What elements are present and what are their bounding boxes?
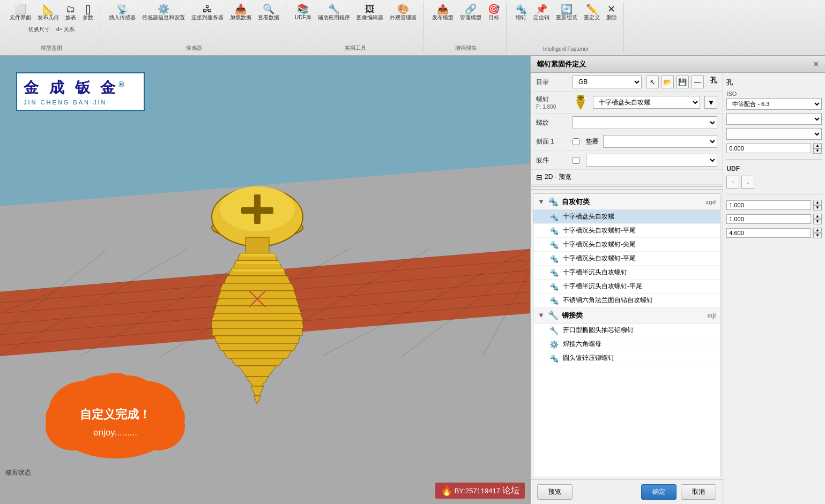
toolbar-group-sensor-label: 传感器 xyxy=(186,44,202,52)
insert-checkbox[interactable] xyxy=(573,157,579,164)
tree-item-0-4[interactable]: 🔩 十字槽半沉头自攻螺钉 xyxy=(533,266,720,280)
right-value-4-spinner: ▲ ▼ xyxy=(813,228,822,238)
svg-marker-39 xyxy=(231,358,284,366)
thread-row: 螺纹 xyxy=(531,114,723,132)
screw-icon-svg xyxy=(574,95,587,110)
right-value-4-input[interactable] xyxy=(726,228,811,238)
hole-label: 孔 xyxy=(710,76,717,88)
toolbar-btn-manage-model[interactable]: 🔗 管理模型 xyxy=(458,3,484,22)
toolbar-btn-publish[interactable]: 📐 发布几何 xyxy=(35,3,61,22)
right-value-4-down[interactable]: ▼ xyxy=(813,233,822,238)
tree-category-zgd[interactable]: ▼ 🔩 自攻钉类 zgd xyxy=(533,194,720,210)
tree-item-0-1[interactable]: 🔩 十字槽沉头自攻螺钉-平尾 xyxy=(533,224,720,238)
washer-select[interactable] xyxy=(603,135,717,148)
tree-item-1-0[interactable]: 🔧 开口型椭圆头抽芯铝柳钉 xyxy=(533,324,720,337)
tree-item-0-0-label: 十字槽盘头自攻螺 xyxy=(563,212,614,221)
insert-select[interactable] xyxy=(586,154,717,167)
toolbar-btn-helper-app[interactable]: 🔧 辅助应用程序 xyxy=(316,3,352,22)
toolbar-btn-component[interactable]: ⬜ 元件界面 xyxy=(8,3,33,22)
connect-server-icon: 🖧 xyxy=(203,4,212,14)
right-value-2-input[interactable] xyxy=(726,200,811,210)
toolbar-btn-family-label: 族表 xyxy=(65,14,76,21)
right-value-1-input[interactable] xyxy=(726,144,811,153)
watermark-icon: 🔥 xyxy=(441,485,452,497)
right-value-3-input[interactable] xyxy=(726,214,811,224)
tree-category-mjl[interactable]: ▼ 🔧 铆接类 mjl xyxy=(533,307,720,324)
catalog-select[interactable]: GB xyxy=(573,76,642,88)
toolbar-btn-load-data[interactable]: 📥 加载数据 xyxy=(228,3,254,22)
toolbar: ⬜ 元件界面 📐 发布几何 🗂 族表 [] 参数 切换尺寸 d= 关系 xyxy=(0,0,825,56)
svg-marker-45 xyxy=(236,261,281,264)
tree-item-0-2[interactable]: 🔩 十字槽沉头自攻螺钉-尖尾 xyxy=(533,238,720,252)
toolbar-btn-insert-sensor[interactable]: 📡 插入传感器 xyxy=(107,3,138,22)
toolbar-btn-connect-server[interactable]: 🖧 连接到服务器 xyxy=(189,3,226,22)
toolbar-group-ar: 📤 发布模型 🔗 管理模型 🎯 目标 增强现实 xyxy=(426,2,507,53)
toolbar-group-model-row2: 切换尺寸 d= 关系 xyxy=(26,25,77,34)
catalog-icon-folder[interactable]: 📂 xyxy=(661,76,674,88)
right-value-1-up[interactable]: ▲ xyxy=(813,143,822,148)
category-mjl-label: 铆接类 xyxy=(562,311,703,320)
svg-marker-30 xyxy=(218,291,297,298)
right-value-4-up[interactable]: ▲ xyxy=(813,228,822,233)
toolbar-btn-target[interactable]: 🎯 目标 xyxy=(486,3,502,22)
panel-close-button[interactable]: × xyxy=(814,59,819,69)
toolbar-btn-udf[interactable]: 📚 UDF库 xyxy=(293,3,314,22)
thread-select[interactable] xyxy=(573,116,717,129)
toolbar-btn-appearance[interactable]: 🎨 外观管理器 xyxy=(388,3,419,22)
toolbar-btn-view-data[interactable]: 🔍 查看数据 xyxy=(256,3,281,22)
catalog-icon-minus[interactable]: — xyxy=(691,76,704,88)
tree-item-0-0[interactable]: 🔩 十字槽盘头自攻螺 xyxy=(533,210,720,224)
component-icon: ⬜ xyxy=(14,4,26,14)
udf-icon: 📚 xyxy=(297,4,309,14)
preview-button[interactable]: 预览 xyxy=(537,484,573,500)
toolbar-btn-param[interactable]: [] 参数 xyxy=(80,3,95,22)
toolbar-btn-screw[interactable]: 🔩 增钉 xyxy=(513,3,529,22)
logo: 金 成 钣 金® JIN CHENG BAN JIN xyxy=(16,72,145,111)
tree-item-1-2[interactable]: 🔩 圆头镀锌压铆螺钉 xyxy=(533,351,720,365)
catalog-icon-cursor[interactable]: ↖ xyxy=(646,76,659,88)
svg-rect-65 xyxy=(577,103,584,104)
ok-button[interactable]: 确定 xyxy=(641,484,677,500)
tree-item-1-1[interactable]: ⚙️ 焊接六角螺母 xyxy=(533,337,720,351)
svg-marker-69 xyxy=(579,108,582,110)
toolbar-group-model: ⬜ 元件界面 📐 发布几何 🗂 族表 [] 参数 切换尺寸 d= 关系 xyxy=(3,2,100,53)
toolbar-btn-image-editor[interactable]: 🖼 图像编辑器 xyxy=(354,3,385,22)
toolbar-btn-family[interactable]: 🗂 族表 xyxy=(63,3,78,22)
right-value-3-down[interactable]: ▼ xyxy=(813,219,822,224)
toolbar-btn-pin[interactable]: 📌 定位销 xyxy=(531,3,552,22)
right-select-2[interactable] xyxy=(726,128,822,140)
status-label: 修剪状态 xyxy=(5,469,31,476)
toolbar-btn-relation[interactable]: d= 关系 xyxy=(54,25,77,34)
right-value-2-down[interactable]: ▼ xyxy=(813,205,822,210)
right-value-3-row: ▲ ▼ xyxy=(726,214,822,224)
status-text: 修剪状态 xyxy=(5,468,31,477)
tree-item-0-6[interactable]: 🔩 不锈钢六角法兰面自钻自攻螺钉 xyxy=(533,294,720,307)
toolbar-btn-redefine[interactable]: ✏️ 重定义 xyxy=(582,3,602,22)
udf-btn-1[interactable]: ↑ xyxy=(726,176,739,189)
toolbar-btn-component-label: 元件界面 xyxy=(10,14,31,21)
toolbar-btn-switch[interactable]: 切换尺寸 xyxy=(26,25,52,34)
face1-checkbox[interactable] xyxy=(573,138,579,145)
insert-row: 嵌件 xyxy=(531,151,723,170)
right-select-1[interactable] xyxy=(726,113,822,125)
screw-type-select[interactable]: 十字槽盘头自攻螺 xyxy=(593,96,700,109)
right-value-3-up[interactable]: ▲ xyxy=(813,214,822,219)
screw-label: 螺钉 xyxy=(536,95,568,104)
svg-marker-29 xyxy=(220,283,295,291)
fit-select[interactable]: 中等配合 - 6.3 xyxy=(726,98,822,110)
catalog-icon-save[interactable]: 💾 xyxy=(676,76,689,88)
udf-btn-2[interactable]: ↓ xyxy=(741,176,754,189)
divider2 xyxy=(531,189,723,190)
toolbar-btn-delete[interactable]: ✕ 删除 xyxy=(604,3,619,22)
toolbar-btn-sensor-info[interactable]: ⚙️ 传感器信息和设置 xyxy=(140,3,187,22)
toolbar-btn-reassemble[interactable]: 🔄 重新组装 xyxy=(554,3,579,22)
right-value-1-down[interactable]: ▼ xyxy=(813,148,822,154)
screw-row: 螺钉 P: 1.800 xyxy=(531,92,723,114)
tree-item-0-3[interactable]: 🔩 十字槽沉头自攻螺钉-平尾 xyxy=(533,252,720,266)
cancel-button[interactable]: 取消 xyxy=(681,484,716,500)
toolbar-btn-publish-model[interactable]: 📤 发布模型 xyxy=(430,3,456,22)
screw-expand-btn[interactable]: ▼ xyxy=(704,96,717,109)
panel-body: 目录 GB ↖ 📂 💾 — 孔 螺钉 xyxy=(531,73,825,504)
tree-item-0-5[interactable]: 🔩 十字槽半沉头自攻螺钉-平尾 xyxy=(533,280,720,294)
right-value-2-up[interactable]: ▲ xyxy=(813,200,822,205)
